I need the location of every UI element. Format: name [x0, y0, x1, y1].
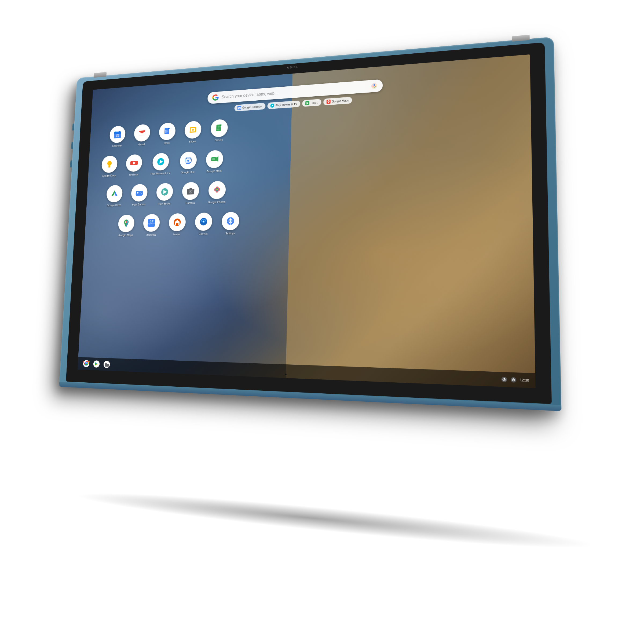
quick-play-label: Play...: [310, 101, 318, 104]
photos-icon: [212, 184, 223, 196]
hinge-right: [512, 35, 529, 42]
calendar-quick-icon: 31: [237, 106, 241, 110]
svg-rect-65: [137, 192, 138, 193]
app-keep[interactable]: Google Keep: [101, 155, 118, 177]
files-taskbar-icon: [103, 360, 111, 368]
home-label: Home: [173, 233, 180, 236]
app-playmovies[interactable]: Play Movies & TV: [151, 153, 171, 175]
laptop-body: ASUS: [53, 31, 631, 542]
drive-label: Google Drive: [107, 204, 121, 207]
gmail-label: Gmail: [138, 143, 145, 146]
svg-text:T: T: [152, 220, 153, 223]
app-duo[interactable]: Google Duo: [179, 151, 197, 174]
screen-bezel: ASUS: [66, 42, 552, 404]
keep-icon: [104, 159, 115, 170]
meet-label: Google Meet: [207, 169, 222, 173]
playstore-taskbar-icon: [93, 360, 100, 368]
taskbar-settings-icon[interactable]: [510, 377, 517, 383]
side-port-3: [70, 160, 72, 167]
app-canvas[interactable]: Canvas: [195, 213, 213, 236]
svg-rect-54: [212, 158, 215, 160]
playmovies-label: Play Movies & TV: [151, 171, 170, 175]
playgames-icon: [134, 187, 145, 198]
mic-icon[interactable]: [371, 83, 377, 89]
svg-rect-39: [108, 167, 110, 167]
calendar-label: Calendar: [112, 144, 122, 148]
app-home[interactable]: Home: [168, 213, 186, 236]
svg-rect-19: [116, 134, 116, 136]
settings-icon: [225, 215, 236, 227]
meet-icon: [209, 153, 220, 165]
svg-rect-15: [114, 131, 121, 134]
app-settings[interactable]: Settings: [221, 212, 240, 235]
svg-rect-111: [504, 378, 505, 380]
taskbar-right: 12:30: [501, 376, 529, 383]
app-translate[interactable]: G T Translate: [143, 214, 160, 236]
slides-label: Slides: [189, 140, 196, 143]
playgames-label: Play Games: [132, 203, 146, 206]
quick-btn-play[interactable]: Play...: [302, 99, 321, 107]
app-youtube[interactable]: YouTube: [126, 154, 142, 176]
app-docs[interactable]: Docs: [159, 122, 176, 145]
laptop-chassis: ASUS: [59, 37, 561, 411]
maps-label: Google Maps: [118, 233, 133, 237]
playmovies-quick-icon: [270, 104, 274, 108]
side-port-1: [72, 123, 74, 130]
quick-maps-label: Google Maps: [332, 99, 349, 103]
calendar-icon: 31: [112, 129, 123, 140]
quick-calendar-label: Google Calendar: [242, 105, 263, 109]
app-calendar[interactable]: 31 Calendar: [109, 126, 126, 148]
svg-rect-55: [109, 188, 120, 199]
youtube-icon: [129, 158, 139, 169]
app-slides[interactable]: Slides: [184, 120, 202, 143]
keep-label: Google Keep: [102, 174, 116, 177]
translate-icon: G T: [146, 217, 157, 228]
play-quick-icon: [305, 101, 309, 105]
photos-label: Google Photos: [208, 200, 225, 204]
svg-rect-49: [190, 160, 191, 162]
svg-rect-99: [227, 221, 228, 221]
brand-logo: ASUS: [287, 65, 298, 69]
slides-icon: [188, 124, 198, 136]
maps-icon: [121, 218, 131, 229]
app-drive[interactable]: Google Drive: [106, 185, 123, 207]
sheets-label: Sheets: [215, 138, 223, 142]
svg-line-87: [148, 223, 155, 224]
app-maps[interactable]: Google Maps: [118, 214, 135, 237]
laptop-container: ASUS: [32, 48, 596, 504]
app-photos[interactable]: Google Photos: [208, 181, 226, 204]
svg-rect-1: [374, 84, 375, 86]
drive-icon: [109, 188, 120, 199]
app-playbooks[interactable]: Play Books: [156, 183, 173, 205]
svg-text:31: 31: [239, 108, 240, 109]
home-icon: [172, 217, 183, 228]
svg-rect-100: [233, 221, 234, 221]
docs-icon: [162, 126, 173, 137]
playmovies-icon: [156, 156, 166, 167]
duo-icon: [183, 155, 194, 166]
taskbar-files[interactable]: [103, 360, 111, 369]
chromebook-screen: Search your device, apps, web...: [78, 54, 536, 388]
app-camera[interactable]: Camera: [182, 182, 199, 204]
duo-label: Google Duo: [181, 170, 195, 174]
taskbar-chrome[interactable]: [82, 359, 90, 368]
taskbar-mic-icon[interactable]: [501, 376, 507, 383]
chrome-taskbar-icon: [83, 360, 90, 368]
svg-rect-5: [238, 106, 241, 107]
laptop-shadow: [76, 485, 596, 558]
app-playgames[interactable]: Play Games: [131, 184, 148, 206]
taskbar-playstore[interactable]: [92, 359, 101, 369]
taskbar-apps: [82, 359, 111, 369]
playbooks-label: Play Books: [158, 202, 170, 205]
side-port-2: [71, 142, 73, 149]
app-gmail[interactable]: Gmail: [134, 124, 151, 146]
settings-label: Settings: [225, 232, 235, 235]
maps-quick-icon: [326, 100, 331, 104]
app-sheets[interactable]: Sheets: [210, 119, 228, 142]
svg-rect-21: [118, 134, 119, 136]
svg-rect-98: [230, 223, 231, 225]
app-meet[interactable]: Google Meet: [206, 150, 224, 173]
app-row-4: Google Maps G T: [91, 204, 524, 237]
svg-rect-20: [117, 134, 118, 136]
google-logo-icon: [212, 94, 219, 101]
